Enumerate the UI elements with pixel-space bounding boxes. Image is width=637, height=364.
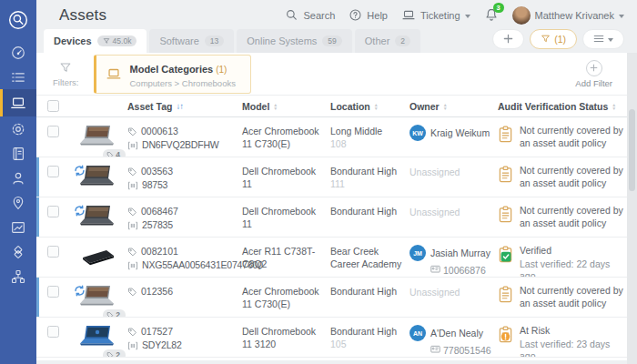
tab-online-systems[interactable]: Online Systems59 xyxy=(237,29,352,53)
search-icon xyxy=(285,8,298,24)
owner-unassigned: Unassigned xyxy=(410,285,494,298)
filter-chip-title: Model Categories(1) xyxy=(130,64,228,75)
model-name: Acer Chromebook 11 C730(E) xyxy=(242,126,319,149)
location-name: Bondurant High xyxy=(330,325,404,338)
sidebar-item-dashboard[interactable] xyxy=(0,40,36,65)
model-name: Dell Chromebook 11 xyxy=(242,166,316,189)
column-header-owner[interactable]: Owner▲▼ xyxy=(410,101,494,112)
audit-status-text: At Risk xyxy=(520,325,627,338)
sidebar-item-locations[interactable] xyxy=(0,190,36,215)
barcode-icon xyxy=(127,261,138,270)
table-row[interactable]: 2 012356 Acer Chromebook 11 C730(E) Bond… xyxy=(36,278,627,318)
tab-other[interactable]: Other2 xyxy=(355,29,420,53)
notification-badge: 3 xyxy=(493,3,504,13)
serial-number: SDY2L82 xyxy=(142,339,182,352)
table-row[interactable]: 4 0000613 DN6FVQ2BDFHW Acer Chromebook 1… xyxy=(36,117,627,157)
sidebar-item-knowledge[interactable] xyxy=(0,141,36,166)
sidebar-item-logo[interactable] xyxy=(0,0,36,40)
serial-number: 257835 xyxy=(142,218,173,232)
view-options-button[interactable] xyxy=(582,29,624,49)
linked-assets-badge: 2 xyxy=(103,349,126,358)
help-button[interactable]: Help xyxy=(349,8,388,24)
asset-tag: 0082101 xyxy=(141,245,178,258)
audit-status-text: Not currently covered by an asset audit … xyxy=(520,165,627,189)
column-header-audit-verification-status[interactable]: Audit Verification Status▲▼ xyxy=(498,101,627,112)
audit-status-text: Verified xyxy=(520,245,627,258)
column-label: Location xyxy=(330,101,370,112)
plus-icon xyxy=(586,60,602,76)
audit-status-icon xyxy=(498,325,513,343)
sidebar-item-settings[interactable] xyxy=(0,116,36,141)
funnel-icon xyxy=(541,34,551,46)
table-row[interactable]: 2 017527 SDY2L82 Dell Chromebook 11 3120… xyxy=(36,318,627,358)
filter-button[interactable]: (1) xyxy=(530,29,577,49)
assets-app: Assets Search Help Ticketing 3 Matthew xyxy=(0,0,637,364)
asset-table-body: 4 0000613 DN6FVQ2BDFHW Acer Chromebook 1… xyxy=(36,117,627,358)
asset-photo xyxy=(77,245,119,270)
column-header-asset-tag[interactable]: Asset Tag↓↑ xyxy=(127,101,237,112)
search-button[interactable]: Search xyxy=(285,8,335,24)
sidebar-item-tags[interactable] xyxy=(0,239,36,264)
tag-icon xyxy=(127,167,137,177)
audit-status-text: Not currently covered by an asset audit … xyxy=(520,125,627,149)
sort-active-icon: ↓↑ xyxy=(176,101,183,111)
room-number: 108 xyxy=(330,138,404,149)
sidebar-item-analytics[interactable] xyxy=(0,215,36,239)
table-row[interactable]: 003563 98753 Dell Chromebook 11 Bonduran… xyxy=(36,157,627,197)
asset-tag: 003563 xyxy=(141,165,173,178)
vertical-scrollbar[interactable] xyxy=(627,53,637,364)
audit-status-subtext: Last verified: 23 days ago xyxy=(520,339,627,358)
row-checkbox[interactable] xyxy=(47,246,59,258)
row-checkbox[interactable] xyxy=(47,126,59,137)
column-label: Asset Tag xyxy=(127,101,172,112)
tab-label: Other xyxy=(365,35,390,46)
chevron-down-icon xyxy=(619,15,624,18)
column-header-model[interactable]: Model▲▼ xyxy=(242,101,325,112)
user-avatar xyxy=(512,6,531,25)
barcode-icon xyxy=(127,141,138,150)
dashboard-icon xyxy=(10,45,26,61)
ticketing-menu[interactable]: Ticketing xyxy=(401,8,470,24)
owner-unassigned: Unassigned xyxy=(410,205,494,217)
sidebar-item-users[interactable] xyxy=(0,166,36,190)
user-menu[interactable]: Matthew Krivanek xyxy=(512,6,624,25)
row-checkbox[interactable] xyxy=(47,286,59,298)
column-header-location[interactable]: Location▲▼ xyxy=(330,101,404,112)
row-checkbox[interactable] xyxy=(47,326,59,338)
add-asset-button[interactable] xyxy=(492,29,524,49)
plus-icon xyxy=(503,34,513,46)
barcode-icon xyxy=(127,221,138,230)
audit-status-icon xyxy=(498,285,513,303)
table-row[interactable]: 0068467 257835 Dell Chromebook 11 Bondur… xyxy=(36,197,627,238)
toolbar: (1) xyxy=(492,29,624,49)
logo-icon xyxy=(6,8,30,32)
tab-label: Online Systems xyxy=(247,35,317,46)
row-checkbox[interactable] xyxy=(47,206,59,217)
sidebar-item-network[interactable] xyxy=(0,264,36,288)
tab-label: Devices xyxy=(54,35,92,46)
tab-software[interactable]: Software13 xyxy=(149,29,234,53)
table-row[interactable]: 0082101 NXG55AA0056431E0747600 Acer R11 … xyxy=(36,238,627,278)
audit-status-icon xyxy=(498,245,513,263)
linked-assets-badge: 2 xyxy=(103,309,126,318)
sort-icon: ▲▼ xyxy=(443,103,448,110)
scrollbar-thumb[interactable] xyxy=(629,109,635,191)
add-filter-button[interactable]: Add Filter xyxy=(575,60,612,88)
notifications-button[interactable]: 3 xyxy=(484,7,499,24)
chevron-down-icon xyxy=(465,15,470,18)
sidebar-item-assets[interactable] xyxy=(0,89,36,116)
owner-name: Kraig Weikum xyxy=(430,127,490,139)
tab-devices[interactable]: Devices45.0k xyxy=(44,29,147,53)
select-all-checkbox[interactable] xyxy=(47,100,59,112)
filter-chip-model-categories[interactable]: Model Categories(1) Computers > Chromebo… xyxy=(94,55,251,94)
tag-icon xyxy=(127,327,137,337)
serial-number: DN6FVQ2BDFHW xyxy=(142,138,219,152)
tickets-icon xyxy=(10,69,26,86)
row-checkbox[interactable] xyxy=(47,166,59,177)
settings-icon xyxy=(10,121,26,137)
page-title: Assets xyxy=(59,6,106,25)
list-view-icon xyxy=(593,34,604,46)
sidebar-item-tickets[interactable] xyxy=(0,65,36,89)
tab-count-badge: 59 xyxy=(322,35,341,46)
sort-icon: ▲▼ xyxy=(273,103,278,110)
